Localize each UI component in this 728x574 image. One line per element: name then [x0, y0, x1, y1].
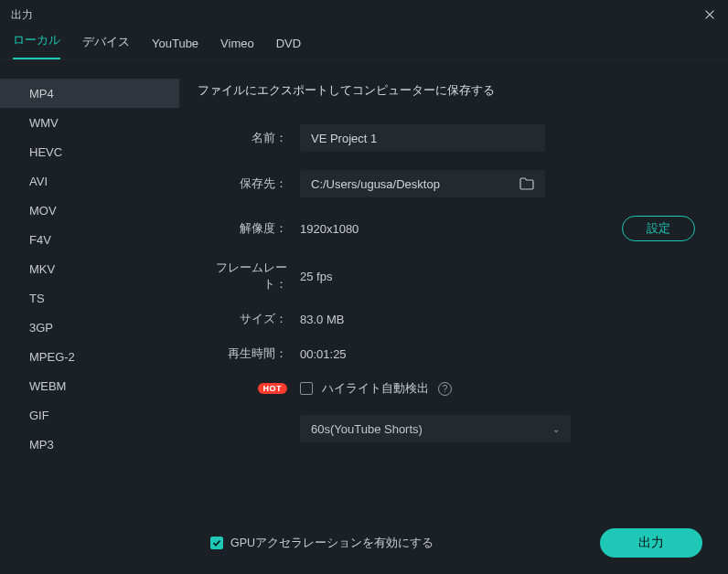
saveto-label: 保存先：: [198, 175, 300, 192]
highlight-label: ハイライト自動検出: [322, 380, 429, 397]
sidebar-item-mkv[interactable]: MKV: [0, 254, 179, 283]
resolution-value: 1920x1080: [300, 222, 611, 236]
gpu-label: GPUアクセラレーションを有効にする: [230, 536, 434, 551]
tab-youtube[interactable]: YouTube: [152, 37, 198, 59]
duration-label: 再生時間：: [198, 345, 300, 362]
chevron-down-icon: ⌄: [552, 424, 560, 434]
sidebar-item-mov[interactable]: MOV: [0, 196, 179, 225]
sidebar-item-avi[interactable]: AVI: [0, 166, 179, 196]
name-input[interactable]: VE Project 1: [300, 124, 545, 152]
hot-badge: HOT: [258, 383, 288, 394]
sidebar-item-3gp[interactable]: 3GP: [0, 313, 179, 342]
framerate-value: 25 fps: [300, 270, 332, 283]
size-value: 83.0 MB: [300, 313, 344, 326]
duration-value: 00:01:25: [300, 347, 347, 361]
sidebar-item-webm[interactable]: WEBM: [0, 371, 179, 400]
highlight-checkbox[interactable]: [300, 382, 313, 395]
tab-vimeo[interactable]: Vimeo: [220, 37, 254, 59]
tab-dvd[interactable]: DVD: [276, 37, 301, 59]
resolution-label: 解像度：: [198, 220, 300, 237]
sidebar-item-mp4[interactable]: MP4: [0, 79, 179, 108]
preset-select[interactable]: 60s(YouTube Shorts) ⌄: [300, 415, 571, 442]
sidebar-item-mpeg2[interactable]: MPEG-2: [0, 342, 179, 371]
sidebar-item-ts[interactable]: TS: [0, 283, 179, 313]
export-heading: ファイルにエクスポートしてコンピューターに保存する: [198, 82, 695, 99]
gpu-checkbox[interactable]: [210, 537, 223, 549]
preset-value: 60s(YouTube Shorts): [311, 422, 423, 436]
folder-icon[interactable]: [519, 177, 534, 190]
format-sidebar: MP4 WMV HEVC AVI MOV F4V MKV TS 3GP MPEG…: [0, 60, 179, 512]
settings-button[interactable]: 設定: [622, 216, 695, 241]
export-button[interactable]: 出力: [600, 528, 702, 558]
saveto-input[interactable]: C:/Users/ugusa/Desktop: [300, 170, 545, 197]
output-tabs: ローカル デバイス YouTube Vimeo DVD: [0, 29, 728, 60]
saveto-path: C:/Users/ugusa/Desktop: [311, 177, 440, 191]
sidebar-item-gif[interactable]: GIF: [0, 400, 179, 430]
size-label: サイズ：: [198, 311, 300, 327]
name-label: 名前：: [198, 130, 300, 146]
framerate-label: フレームレート：: [198, 260, 300, 292]
tab-local[interactable]: ローカル: [13, 32, 60, 59]
help-icon[interactable]: ?: [438, 382, 452, 396]
sidebar-item-wmv[interactable]: WMV: [0, 108, 179, 137]
sidebar-item-mp3[interactable]: MP3: [0, 430, 179, 459]
window-title: 出力: [11, 7, 33, 23]
sidebar-item-f4v[interactable]: F4V: [0, 225, 179, 254]
sidebar-item-hevc[interactable]: HEVC: [0, 137, 179, 166]
close-icon[interactable]: [702, 7, 717, 22]
tab-device[interactable]: デバイス: [82, 34, 130, 59]
